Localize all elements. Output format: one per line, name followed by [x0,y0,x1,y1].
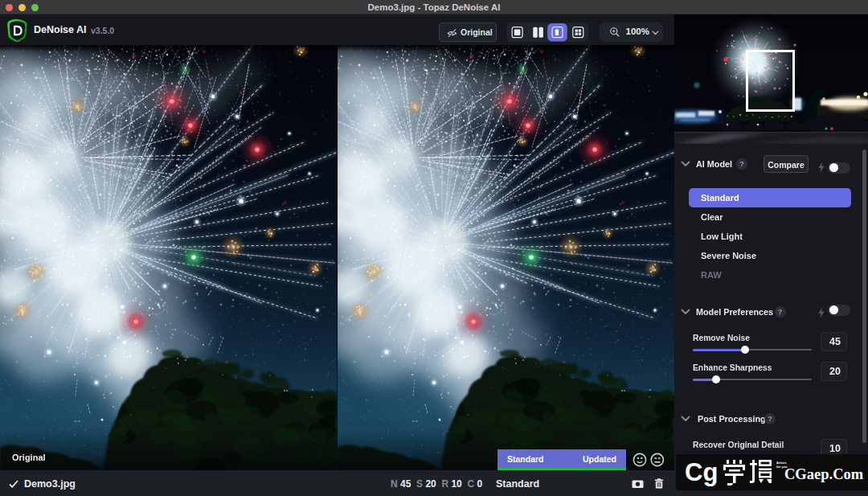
svg-text:CGaep.Com: CGaep.Com [784,466,864,482]
svg-text:Cg: Cg [685,458,718,486]
